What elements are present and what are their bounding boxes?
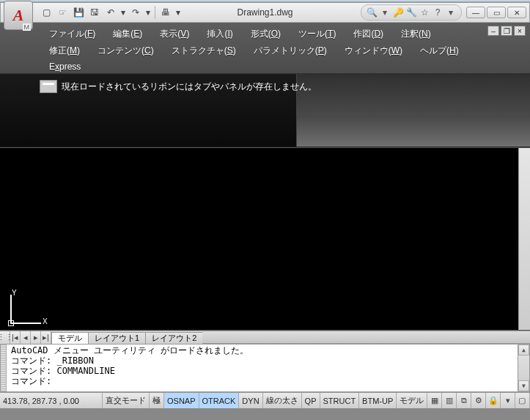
command-line[interactable]: AutoCAD メニュー ユーティリティ がロードされました。 コマンド: _R… xyxy=(0,344,530,392)
maximize-button[interactable]: ▭ xyxy=(487,7,506,18)
menu-bar: – ❐ × ファイル(F)編集(E)表示(V)挿入(I)形式(O)ツール(T)作… xyxy=(0,23,530,74)
qat-dropdown-icon[interactable]: ▾ xyxy=(174,5,182,20)
horizontal-scrollbar[interactable] xyxy=(202,331,530,344)
status-dropdown-icon[interactable]: ▾ xyxy=(501,393,515,408)
status-bar: 413.78, 287.73 , 0.00 直交モード 極 OSNAP OTRA… xyxy=(0,392,530,408)
tab-first-icon[interactable]: |◂ xyxy=(10,331,21,344)
clean-screen-icon[interactable]: ▢ xyxy=(515,393,530,408)
toolbar-lock-icon[interactable]: 🔒 xyxy=(486,393,501,408)
menu-item[interactable]: ファイル(F) xyxy=(40,26,104,43)
save-icon[interactable]: 💾 xyxy=(71,5,86,20)
tab-prev-icon[interactable]: ◂ xyxy=(21,331,31,344)
redo-icon[interactable]: ↷ xyxy=(128,5,143,20)
menu-item[interactable]: ウィンドウ(W) xyxy=(336,43,411,59)
command-scrollbar[interactable]: ▲ ▼ xyxy=(518,345,529,391)
status-qp[interactable]: QP xyxy=(302,393,320,408)
menu-item[interactable]: ストラクチャ(S) xyxy=(163,43,245,59)
menu-item[interactable]: コンテンツ(C) xyxy=(89,43,163,59)
quick-access-toolbar: ▢ ☞ 💾 🖫 ↶ ▾ ↷ ▾ 🖶 ▾ xyxy=(39,5,182,20)
app-logo-icon: A xyxy=(13,6,24,25)
scroll-up-icon[interactable]: ▲ xyxy=(518,345,529,355)
search-icon[interactable]: 🔍 xyxy=(366,7,378,18)
tab-layout1[interactable]: レイアウト1 xyxy=(88,332,146,344)
tools-icon[interactable]: 🔧 xyxy=(405,7,417,18)
tabs-grip-icon[interactable]: ⋮⋮ xyxy=(0,331,10,344)
drawing-area[interactable]: Y X xyxy=(0,147,530,331)
document-window-controls: – ❐ × xyxy=(487,26,526,36)
scroll-down-icon[interactable]: ▼ xyxy=(518,380,529,391)
tab-model[interactable]: モデル xyxy=(51,332,89,344)
info-center: 🔍 ▾ 🔑 🔧 ☆ ? ▾ xyxy=(361,4,462,21)
quickview-layouts-icon[interactable]: ▦ xyxy=(427,393,442,408)
window-controls: — ▭ ✕ xyxy=(466,7,526,18)
info-dropdown-icon[interactable]: ▾ xyxy=(445,7,457,18)
menu-item[interactable]: 挿入(I) xyxy=(198,26,241,43)
command-line-text: AutoCAD メニュー ユーティリティ がロードされました。 コマンド: _R… xyxy=(1,345,529,387)
status-btmup[interactable]: BTM-UP xyxy=(359,393,397,408)
saveas-icon[interactable]: 🖫 xyxy=(87,5,102,20)
redo-dropdown-icon[interactable]: ▾ xyxy=(144,5,152,20)
search-dropdown-icon[interactable]: ▾ xyxy=(379,7,391,18)
status-ortho[interactable]: 直交モード xyxy=(103,393,150,408)
ribbon-empty-message: 現在ロードされているリボンにはタブやパネルが存在しません。 xyxy=(40,80,317,93)
status-coords[interactable]: 413.78, 287.73 , 0.00 xyxy=(0,393,103,408)
status-struct[interactable]: STRUCT xyxy=(320,393,360,408)
vertical-scrollbar[interactable] xyxy=(518,148,530,330)
tab-last-icon[interactable]: ▸| xyxy=(41,331,51,344)
key-icon[interactable]: 🔑 xyxy=(392,7,404,18)
open-icon[interactable]: ☞ xyxy=(55,5,70,20)
command-line-grip[interactable] xyxy=(1,345,7,391)
ucs-y-label: Y xyxy=(12,289,17,297)
ribbon-message-text: 現在ロードされているリボンにはタブやパネルが存在しません。 xyxy=(62,81,317,93)
status-model-space[interactable]: モデル xyxy=(397,393,427,408)
print-icon[interactable]: 🖶 xyxy=(158,5,173,20)
annotation-scale-icon[interactable]: ⧉ xyxy=(457,393,471,408)
undo-dropdown-icon[interactable]: ▾ xyxy=(119,5,127,20)
menu-item-express[interactable]: Express xyxy=(40,59,89,74)
status-otrack[interactable]: OTRACK xyxy=(199,393,240,408)
menu-item[interactable]: 形式(O) xyxy=(242,26,290,43)
minimize-button[interactable]: — xyxy=(466,7,485,18)
menu-item[interactable]: 編集(E) xyxy=(104,26,151,43)
menu-item[interactable]: 修正(M) xyxy=(40,43,89,59)
workspace-switching-icon[interactable]: ⚙ xyxy=(471,393,486,408)
status-lineweight[interactable]: 線の太さ xyxy=(263,393,302,408)
status-dyn[interactable]: DYN xyxy=(239,393,262,408)
layout-tabs: ⋮⋮ |◂ ◂ ▸ ▸| モデル レイアウト1 レイアウト2 xyxy=(0,331,530,344)
app-logo-m: M xyxy=(23,23,32,31)
ucs-icon: Y X xyxy=(10,290,47,324)
tab-next-icon[interactable]: ▸ xyxy=(31,331,41,344)
doc-minimize-button[interactable]: – xyxy=(487,26,499,36)
tab-layout2[interactable]: レイアウト2 xyxy=(145,332,203,344)
menu-item[interactable]: 表示(V) xyxy=(151,26,198,43)
menu-item[interactable]: パラメトリック(P) xyxy=(245,43,336,59)
status-osnap[interactable]: OSNAP xyxy=(164,393,199,408)
menu-item[interactable]: 注釈(N) xyxy=(392,26,440,43)
menu-item[interactable]: ヘルプ(H) xyxy=(411,43,468,59)
close-button[interactable]: ✕ xyxy=(507,7,526,18)
app-menu-button[interactable]: A M xyxy=(4,1,33,30)
ribbon-area: 現在ロードされているリボンにはタブやパネルが存在しません。 xyxy=(0,74,530,147)
title-bar: A M ▢ ☞ 💾 🖫 ↶ ▾ ↷ ▾ 🖶 ▾ Drawing1.dwg 🔍 ▾… xyxy=(0,2,530,23)
new-icon[interactable]: ▢ xyxy=(39,5,54,20)
favorite-icon[interactable]: ☆ xyxy=(419,7,430,18)
help-icon[interactable]: ? xyxy=(432,7,443,18)
doc-close-button[interactable]: × xyxy=(514,26,526,36)
undo-icon[interactable]: ↶ xyxy=(103,5,118,20)
menu-item[interactable]: 作図(D) xyxy=(345,26,392,43)
menu-item[interactable]: ツール(T) xyxy=(290,26,345,43)
status-polar[interactable]: 極 xyxy=(150,393,164,408)
quickview-drawings-icon[interactable]: ▥ xyxy=(442,393,457,408)
qat-separator xyxy=(155,6,155,19)
panel-icon xyxy=(40,80,57,93)
ucs-x-label: X xyxy=(43,317,48,325)
doc-restore-button[interactable]: ❐ xyxy=(501,26,512,36)
